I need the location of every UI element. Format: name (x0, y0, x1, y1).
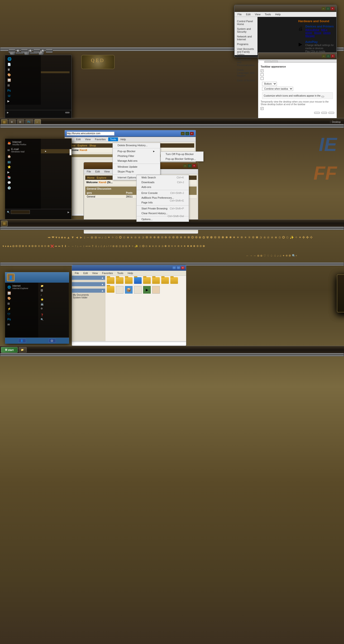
xp-r-cp[interactable]: ⚙ (38, 306, 69, 311)
folder-published[interactable] (116, 277, 123, 284)
ff-min-btn[interactable]: ─ (183, 164, 187, 168)
start-button-vista[interactable]: ⊞ (1, 221, 8, 226)
ie-address-input[interactable] (67, 132, 114, 136)
ff-downloads[interactable]: Downloads Ctrl+J (137, 180, 189, 184)
devices-title[interactable]: Devices and Printers (305, 25, 334, 28)
file-taskbutton[interactable]: ▶ (143, 286, 151, 294)
cp-sidebar-network[interactable]: Network and Internet (235, 34, 257, 42)
ie-edit[interactable]: Edit (74, 138, 83, 141)
dd-skype-plugin[interactable]: Skype Plug-In (113, 169, 160, 174)
cp-menu-tools[interactable]: Tools (263, 12, 273, 16)
location-select[interactable]: Bottom (262, 82, 277, 86)
cp-sidebar-programs[interactable]: Programs (235, 42, 257, 46)
vista-r-recent[interactable] (41, 153, 70, 155)
sm-objectdock[interactable]: ⊞ (5, 83, 41, 88)
sm-skinstudio[interactable]: 🎨 (5, 72, 41, 78)
ts-close-btn[interactable]: ✕ (331, 54, 335, 58)
folder-pictures[interactable] (152, 277, 160, 284)
fav-links[interactable] (70, 149, 71, 151)
vista-dvd-maker[interactable]: 💿 (5, 185, 41, 190)
vista-borkshelf[interactable]: 📚 (5, 175, 41, 180)
xp-od[interactable]: ⊞ (5, 301, 38, 306)
vista-welcome[interactable]: 🏠 (5, 154, 41, 159)
xp-taskbar-mydocs[interactable]: 📁 (19, 347, 27, 353)
dd-addons[interactable]: Manage Add-ons (113, 158, 160, 163)
folder-roxio[interactable] (161, 277, 169, 284)
vista-r-music[interactable] (41, 145, 70, 147)
sm-xiandi[interactable] (41, 56, 70, 58)
all-programs-btn[interactable]: ▶ (7, 111, 10, 114)
ie-min-btn[interactable]: ─ (181, 132, 185, 135)
sm-skype[interactable]: ☏ (5, 93, 41, 98)
folder-music[interactable] (143, 277, 151, 284)
dd-windows-update[interactable]: Windows Update (113, 164, 160, 169)
ff-explore-nav[interactable]: Explore (97, 176, 106, 179)
xp-r-mydocs[interactable]: 📁 (38, 284, 69, 288)
ts-min-btn[interactable]: ─ (322, 54, 326, 58)
sm-favorites[interactable] (41, 66, 70, 68)
folder-gegl[interactable] (125, 277, 133, 284)
sm-photoshop[interactable]: Ps (5, 88, 41, 93)
tab-taskbar[interactable] (258, 60, 264, 63)
fav-msn[interactable] (70, 151, 71, 153)
vista-r-xiandi[interactable] (41, 140, 70, 142)
dd-delete-history[interactable]: Delete Browsing History... (113, 143, 160, 148)
vista-r-pictures[interactable] (41, 143, 70, 145)
file-undert[interactable] (152, 286, 160, 294)
xp-r-mypics[interactable]: 🖼 (38, 288, 69, 293)
vista-r-network[interactable] (41, 157, 70, 159)
sm-run[interactable] (41, 73, 70, 75)
sm-network[interactable] (41, 70, 70, 71)
xp-close-btn[interactable]: ✕ (181, 266, 185, 270)
xp-r-mymusic[interactable]: ♪ (38, 293, 69, 297)
customize-btn[interactable] (321, 96, 324, 97)
xp-r-favorites[interactable]: ⭐ (38, 297, 69, 302)
xp-edit[interactable]: Edit (81, 271, 90, 275)
xp-r-mycomputer[interactable]: 💻 (38, 302, 69, 306)
dd-popup-settings[interactable]: Pop-up Blocker Settings... (161, 156, 203, 161)
ie-max-btn[interactable]: □ (185, 132, 189, 135)
xp-view[interactable]: View (90, 271, 100, 275)
vista-search-input[interactable] (11, 210, 30, 214)
xp-wb[interactable]: 🪟 (5, 290, 38, 296)
shop-nav[interactable]: Shop (89, 144, 96, 147)
maximize-btn[interactable]: □ (326, 7, 330, 10)
xp-ie[interactable]: 🌐 Internet Internet Explorer (5, 284, 38, 290)
file-spyboted[interactable] (134, 286, 142, 294)
xp-ss7[interactable]: 🎨 (5, 296, 38, 301)
xp-outlook[interactable]: ✉ (5, 322, 38, 327)
xp-impulse[interactable]: ⚡ (5, 306, 38, 312)
vista-wmp[interactable]: ▶ (5, 170, 41, 175)
ie-help[interactable]: Help (118, 138, 128, 141)
sm-ie[interactable]: 🌐 (5, 56, 41, 62)
close-btn[interactable]: ✕ (331, 7, 334, 10)
sm-calculator[interactable]: 🖩 (5, 67, 41, 72)
vista-r-documents[interactable] (41, 142, 70, 143)
ff-edit[interactable]: Edit (93, 170, 102, 174)
vista-ie[interactable]: 🦊 Internet Mozilla Firefox (5, 140, 41, 147)
ff-file[interactable]: File (85, 170, 93, 174)
ff-view[interactable]: View (102, 170, 112, 174)
sm-computer[interactable] (41, 68, 70, 70)
vista-email[interactable]: ✉ E-mail Windows Mail (5, 147, 41, 154)
xp-r-search[interactable]: 🔍 (38, 317, 69, 322)
ff-close-btn[interactable]: ✕ (192, 164, 196, 168)
fav-winlive[interactable] (70, 153, 71, 155)
autohide-check[interactable] (261, 73, 263, 76)
vista-r-computer[interactable] (41, 155, 70, 157)
xp-ps[interactable]: Ps (5, 317, 38, 322)
xp-start-button[interactable]: ⊞ start (1, 347, 18, 353)
vista-winstep[interactable]: ⭐ (5, 164, 41, 170)
cp-menu-edit[interactable]: Edit (244, 12, 253, 16)
cp-sidebar-security[interactable]: System and Security (235, 26, 257, 34)
aero-check[interactable]: ✓ (261, 107, 263, 110)
cancel-btn[interactable] (321, 112, 327, 114)
ie-favorites[interactable]: Favorites (93, 138, 107, 141)
xp-r-help[interactable]: ❓ (38, 313, 69, 317)
add-device-link[interactable]: Add a device (305, 28, 319, 31)
lock-taskbar-check[interactable]: ✓ (261, 70, 263, 72)
apply-btn[interactable] (328, 112, 334, 114)
file-blank-canvas[interactable] (116, 286, 123, 294)
sm-documents[interactable] (41, 58, 70, 60)
ff-home-nav[interactable]: Home (87, 176, 95, 179)
